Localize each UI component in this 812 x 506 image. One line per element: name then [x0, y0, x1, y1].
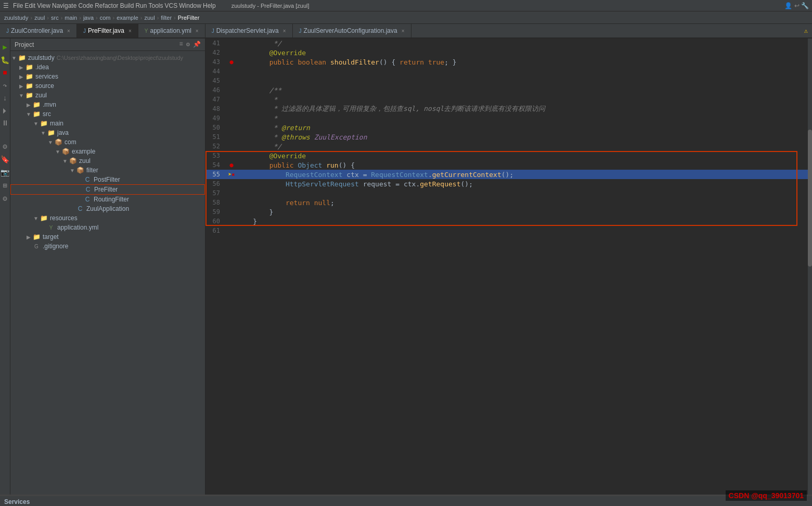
tree-item-zuul-inner[interactable]: ▼ 📦 zuul	[10, 156, 205, 166]
tab-close-icon[interactable]: ×	[128, 28, 132, 34]
expand-arrow: ▶	[25, 234, 32, 240]
tree-item-gitignore[interactable]: G .gitignore	[10, 242, 205, 251]
collapse-all-icon[interactable]: ≡	[179, 41, 183, 48]
tree-label: PreFilter	[94, 186, 118, 193]
tab-close-icon[interactable]: ×	[283, 28, 286, 34]
tree-item-zuulstudy[interactable]: ▼ 📁 zuulstudy C:\Users\zhaoxingbang\Desk…	[10, 53, 205, 62]
tree-item-com[interactable]: ▼ 📦 com	[10, 137, 205, 147]
code-lines: 41 */ 42 @Override 43 ● public boolean	[205, 39, 808, 235]
folder-icon: 📁	[40, 120, 48, 127]
breadcrumb-item[interactable]: com	[100, 15, 111, 21]
tree-item-filter[interactable]: ▼ 📦 filter	[10, 166, 205, 175]
expand-arrow: ▼	[61, 158, 69, 164]
java-file-icon: J	[6, 28, 9, 34]
code-line-59: 59 }	[205, 207, 808, 217]
breakpoint-icon[interactable]: ●	[229, 161, 233, 169]
bottom-panel: Services ↻ ≡ ⊕ ↕ ≡ + ▼ 🍃 Spring Boot	[0, 495, 812, 506]
menu-edit[interactable]: Edit	[24, 2, 35, 9]
editor-area: 41 */ 42 @Override 43 ● public boolean	[205, 39, 808, 495]
breadcrumb-item[interactable]: example	[117, 15, 138, 21]
java-class-icon: C	[76, 205, 84, 212]
menu-help[interactable]: Help	[203, 2, 216, 9]
breadcrumb-item[interactable]: zuul	[34, 15, 45, 21]
tree-label: .idea	[35, 64, 49, 71]
menu-refactor[interactable]: Refactor	[95, 2, 118, 9]
tree-item-example[interactable]: ▼ 📦 example	[10, 147, 205, 156]
group-icon[interactable]: ⊞	[3, 181, 7, 190]
code-editor[interactable]: 41 */ 42 @Override 43 ● public boolean	[205, 39, 808, 495]
code-line-55: 55 ➤✖ RequestContext ctx = RequestContex…	[205, 170, 808, 179]
menu-run[interactable]: Run	[135, 2, 147, 9]
tree-item-resources[interactable]: ▼ 📁 resources	[10, 213, 205, 223]
menu-tools[interactable]: Tools	[148, 2, 163, 9]
breadcrumb-item[interactable]: zuul	[144, 15, 154, 21]
expand-arrow: ▶	[18, 83, 25, 89]
code-line-41: 41 */	[205, 39, 808, 48]
tree-item-idea[interactable]: ▶ 📁 .idea	[10, 62, 205, 72]
tree-item-src[interactable]: ▼ 📁 src	[10, 109, 205, 119]
menu-view[interactable]: View	[37, 2, 50, 9]
tab-zuulserverautoconfiguration[interactable]: J ZuulServerAutoConfiguration.java ×	[293, 24, 411, 38]
step-into-icon[interactable]: ↓	[3, 94, 7, 103]
bookmark-icon[interactable]: 🔖	[1, 155, 9, 164]
tab-dispatcherservlet[interactable]: J DispatcherServlet.java ×	[205, 24, 293, 38]
tree-label: zuul	[79, 157, 91, 165]
menu-file[interactable]: ☰	[3, 2, 9, 9]
tab-close-icon[interactable]: ×	[402, 28, 405, 34]
settings-icon[interactable]: ⚙	[3, 142, 7, 151]
tree-item-java[interactable]: ▼ 📁 java	[10, 128, 205, 137]
tree-item-prefilter[interactable]: C PreFilter	[10, 184, 205, 195]
tree-item-mvn[interactable]: ▶ 📁 .mvn	[10, 100, 205, 109]
left-action-bar: ▶ 🐛 ■ ↷ ↓ ⏵ ⏸ ⚙ 🔖 📷 ⊞ ⚙	[0, 39, 10, 495]
camera-icon[interactable]: 📷	[1, 168, 9, 177]
resume-icon[interactable]: ⏵	[2, 107, 9, 115]
tree-item-zoolapplication[interactable]: C ZuulApplication	[10, 204, 205, 213]
breadcrumb-active[interactable]: PreFilter	[178, 15, 200, 21]
menu-navigate[interactable]: Navigate	[52, 2, 76, 9]
breakpoint-icon[interactable]: ●	[229, 58, 233, 66]
tab-zuulcontroller[interactable]: J ZuulController.java ×	[0, 24, 77, 38]
settings-icon[interactable]: ⚙	[186, 41, 190, 48]
menu-build[interactable]: Build	[120, 2, 134, 9]
menu-window[interactable]: Window	[179, 2, 201, 9]
tree-item-main[interactable]: ▼ 📁 main	[10, 119, 205, 128]
menu-vcs[interactable]: VCS	[165, 2, 178, 9]
menu-file[interactable]: File	[13, 2, 23, 9]
scrollbar-thumb[interactable]	[808, 130, 812, 267]
java-class-icon: C	[84, 186, 92, 193]
package-icon: 📦	[54, 138, 62, 146]
tree-label: PostFilter	[94, 176, 120, 183]
tab-close-icon[interactable]: ×	[67, 28, 70, 34]
expand-arrow: ▼	[40, 130, 47, 136]
breadcrumb-item[interactable]: main	[65, 15, 77, 21]
window-controls[interactable]: 👤 ↩ 🔧	[784, 2, 809, 9]
code-line-53: 53 @Override	[205, 151, 808, 160]
menu-code[interactable]: Code	[78, 2, 93, 9]
pause-icon[interactable]: ⏸	[2, 119, 9, 128]
stop-icon[interactable]: ■	[3, 69, 7, 77]
pin-icon[interactable]: 📌	[193, 41, 201, 48]
tree-item-postfilter[interactable]: C PostFilter	[10, 175, 205, 184]
tree-item-routingfilter[interactable]: C RoutingFilter	[10, 195, 205, 204]
run-icon[interactable]: ▶	[3, 43, 7, 52]
step-over-icon[interactable]: ↷	[3, 81, 7, 90]
expand-arrow: ▼	[10, 55, 18, 61]
breadcrumb-item[interactable]: java	[83, 15, 94, 21]
tree-item-zuul[interactable]: ▼ 📁 zuul	[10, 91, 205, 100]
tree-item-services[interactable]: ▶ 📁 services	[10, 72, 205, 81]
folder-icon: 📁	[32, 101, 41, 108]
breadcrumb-item[interactable]: filter	[161, 15, 172, 21]
tab-close-icon[interactable]: ×	[196, 28, 199, 34]
editor-scrollbar[interactable]	[808, 39, 812, 495]
tree-label: RoutingFilter	[94, 196, 129, 203]
debug-icon[interactable]: 🐛	[1, 56, 9, 65]
breadcrumb-item[interactable]: src	[51, 15, 59, 21]
tab-prefilter[interactable]: J PreFilter.java ×	[77, 24, 138, 38]
tree-item-target[interactable]: ▶ 📁 target	[10, 232, 205, 242]
tab-application-yml[interactable]: Y application.yml ×	[138, 24, 205, 38]
breadcrumb-item[interactable]: zuulstudy	[4, 15, 28, 21]
code-line-44: 44	[205, 67, 808, 76]
tree-item-application-yml[interactable]: Y application.yml	[10, 223, 205, 232]
settings2-icon[interactable]: ⚙	[3, 194, 7, 203]
tree-item-source[interactable]: ▶ 📁 source	[10, 81, 205, 91]
